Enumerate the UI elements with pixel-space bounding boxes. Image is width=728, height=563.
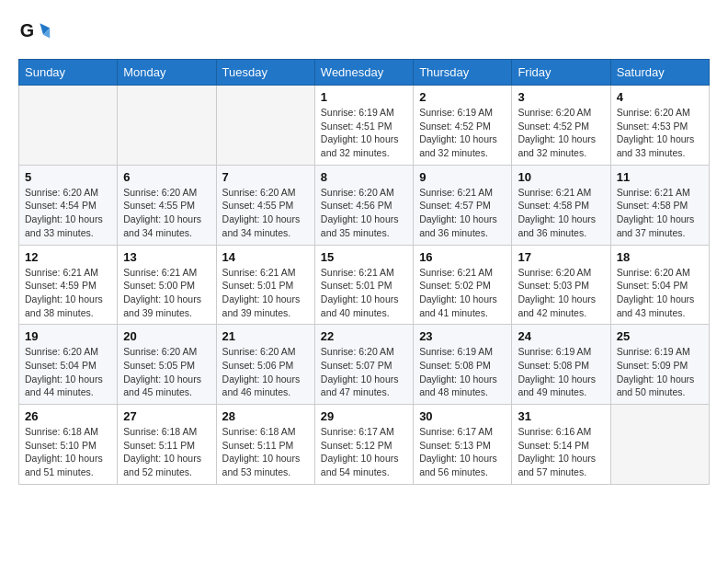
logo-icon: G <box>18 17 51 50</box>
calendar-cell: 24Sunrise: 6:19 AMSunset: 5:08 PMDayligh… <box>512 325 610 405</box>
calendar-week-1: 1Sunrise: 6:19 AMSunset: 4:51 PMDaylight… <box>19 86 710 166</box>
day-info: Sunrise: 6:20 AMSunset: 5:06 PMDaylight:… <box>222 345 309 399</box>
calendar-cell: 29Sunrise: 6:17 AMSunset: 5:12 PMDayligh… <box>314 405 413 485</box>
day-number: 4 <box>617 90 703 104</box>
calendar-week-3: 12Sunrise: 6:21 AMSunset: 4:59 PMDayligh… <box>19 245 710 325</box>
day-number: 26 <box>25 409 111 423</box>
calendar-cell <box>118 86 216 166</box>
calendar-cell: 16Sunrise: 6:21 AMSunset: 5:02 PMDayligh… <box>414 245 512 325</box>
calendar-week-4: 19Sunrise: 6:20 AMSunset: 5:04 PMDayligh… <box>19 325 710 405</box>
day-info: Sunrise: 6:20 AMSunset: 4:56 PMDaylight:… <box>321 186 407 240</box>
day-number: 30 <box>419 409 506 423</box>
day-info: Sunrise: 6:21 AMSunset: 5:01 PMDaylight:… <box>321 266 407 320</box>
day-info: Sunrise: 6:21 AMSunset: 4:59 PMDaylight:… <box>25 266 111 320</box>
day-info: Sunrise: 6:21 AMSunset: 5:01 PMDaylight:… <box>222 266 309 320</box>
day-info: Sunrise: 6:20 AMSunset: 4:54 PMDaylight:… <box>25 186 111 240</box>
day-info: Sunrise: 6:19 AMSunset: 5:09 PMDaylight:… <box>617 345 703 399</box>
day-number: 29 <box>321 409 407 423</box>
calendar-cell: 5Sunrise: 6:20 AMSunset: 4:54 PMDaylight… <box>19 165 118 245</box>
calendar-cell: 9Sunrise: 6:21 AMSunset: 4:57 PMDaylight… <box>414 165 512 245</box>
calendar-cell <box>19 86 118 166</box>
calendar-header-row: SundayMondayTuesdayWednesdayThursdayFrid… <box>19 60 710 86</box>
calendar-cell: 21Sunrise: 6:20 AMSunset: 5:06 PMDayligh… <box>216 325 314 405</box>
day-number: 13 <box>123 250 210 264</box>
calendar-cell: 31Sunrise: 6:16 AMSunset: 5:14 PMDayligh… <box>512 405 610 485</box>
day-number: 2 <box>419 90 506 104</box>
day-number: 17 <box>518 250 604 264</box>
calendar-cell: 14Sunrise: 6:21 AMSunset: 5:01 PMDayligh… <box>216 245 314 325</box>
day-info: Sunrise: 6:19 AMSunset: 4:51 PMDaylight:… <box>321 106 407 160</box>
day-number: 19 <box>25 329 111 343</box>
day-info: Sunrise: 6:16 AMSunset: 5:14 PMDaylight:… <box>518 425 604 479</box>
calendar-cell: 25Sunrise: 6:19 AMSunset: 5:09 PMDayligh… <box>610 325 709 405</box>
day-header-monday: Monday <box>118 60 216 86</box>
day-number: 7 <box>222 170 309 184</box>
page: G SundayMondayTuesdayWednesdayThursdayFr… <box>0 0 728 501</box>
day-number: 5 <box>25 170 111 184</box>
calendar-cell: 7Sunrise: 6:20 AMSunset: 4:55 PMDaylight… <box>216 165 314 245</box>
day-info: Sunrise: 6:20 AMSunset: 4:55 PMDaylight:… <box>222 186 309 240</box>
day-number: 23 <box>419 329 506 343</box>
day-number: 6 <box>123 170 210 184</box>
header: G <box>18 17 710 50</box>
day-info: Sunrise: 6:20 AMSunset: 5:04 PMDaylight:… <box>617 266 703 320</box>
day-info: Sunrise: 6:20 AMSunset: 4:53 PMDaylight:… <box>617 106 703 160</box>
day-number: 10 <box>518 170 604 184</box>
day-number: 12 <box>25 250 111 264</box>
calendar-cell: 18Sunrise: 6:20 AMSunset: 5:04 PMDayligh… <box>610 245 709 325</box>
calendar-cell: 19Sunrise: 6:20 AMSunset: 5:04 PMDayligh… <box>19 325 118 405</box>
calendar-cell: 8Sunrise: 6:20 AMSunset: 4:56 PMDaylight… <box>314 165 413 245</box>
day-info: Sunrise: 6:19 AMSunset: 5:08 PMDaylight:… <box>419 345 506 399</box>
day-header-wednesday: Wednesday <box>314 60 413 86</box>
day-info: Sunrise: 6:19 AMSunset: 4:52 PMDaylight:… <box>419 106 506 160</box>
day-header-tuesday: Tuesday <box>216 60 314 86</box>
calendar-cell <box>216 86 314 166</box>
svg-text:G: G <box>20 20 34 40</box>
calendar-cell: 15Sunrise: 6:21 AMSunset: 5:01 PMDayligh… <box>314 245 413 325</box>
day-number: 22 <box>321 329 407 343</box>
day-info: Sunrise: 6:20 AMSunset: 4:52 PMDaylight:… <box>518 106 604 160</box>
calendar-week-5: 26Sunrise: 6:18 AMSunset: 5:10 PMDayligh… <box>19 405 710 485</box>
day-info: Sunrise: 6:19 AMSunset: 5:08 PMDaylight:… <box>518 345 604 399</box>
calendar-cell: 10Sunrise: 6:21 AMSunset: 4:58 PMDayligh… <box>512 165 610 245</box>
day-info: Sunrise: 6:18 AMSunset: 5:11 PMDaylight:… <box>222 425 309 479</box>
day-number: 20 <box>123 329 210 343</box>
day-number: 11 <box>617 170 703 184</box>
calendar-cell: 12Sunrise: 6:21 AMSunset: 4:59 PMDayligh… <box>19 245 118 325</box>
day-header-friday: Friday <box>512 60 610 86</box>
day-number: 16 <box>419 250 506 264</box>
day-number: 25 <box>617 329 703 343</box>
calendar-cell: 28Sunrise: 6:18 AMSunset: 5:11 PMDayligh… <box>216 405 314 485</box>
day-info: Sunrise: 6:20 AMSunset: 4:55 PMDaylight:… <box>123 186 210 240</box>
calendar-week-2: 5Sunrise: 6:20 AMSunset: 4:54 PMDaylight… <box>19 165 710 245</box>
day-header-sunday: Sunday <box>19 60 118 86</box>
calendar-cell: 2Sunrise: 6:19 AMSunset: 4:52 PMDaylight… <box>414 86 512 166</box>
day-number: 3 <box>518 90 604 104</box>
calendar-cell: 11Sunrise: 6:21 AMSunset: 4:58 PMDayligh… <box>610 165 709 245</box>
day-number: 27 <box>123 409 210 423</box>
calendar-cell <box>610 405 709 485</box>
calendar-cell: 30Sunrise: 6:17 AMSunset: 5:13 PMDayligh… <box>414 405 512 485</box>
day-number: 21 <box>222 329 309 343</box>
calendar-cell: 13Sunrise: 6:21 AMSunset: 5:00 PMDayligh… <box>118 245 216 325</box>
day-number: 15 <box>321 250 407 264</box>
day-header-thursday: Thursday <box>414 60 512 86</box>
calendar-cell: 22Sunrise: 6:20 AMSunset: 5:07 PMDayligh… <box>314 325 413 405</box>
day-info: Sunrise: 6:18 AMSunset: 5:10 PMDaylight:… <box>25 425 111 479</box>
day-info: Sunrise: 6:21 AMSunset: 4:58 PMDaylight:… <box>617 186 703 240</box>
day-info: Sunrise: 6:17 AMSunset: 5:12 PMDaylight:… <box>321 425 407 479</box>
calendar-table: SundayMondayTuesdayWednesdayThursdayFrid… <box>18 59 710 485</box>
day-info: Sunrise: 6:17 AMSunset: 5:13 PMDaylight:… <box>419 425 506 479</box>
day-number: 8 <box>321 170 407 184</box>
day-number: 31 <box>518 409 604 423</box>
calendar-cell: 4Sunrise: 6:20 AMSunset: 4:53 PMDaylight… <box>610 86 709 166</box>
day-header-saturday: Saturday <box>610 60 709 86</box>
calendar-cell: 23Sunrise: 6:19 AMSunset: 5:08 PMDayligh… <box>414 325 512 405</box>
day-info: Sunrise: 6:21 AMSunset: 4:58 PMDaylight:… <box>518 186 604 240</box>
calendar-cell: 17Sunrise: 6:20 AMSunset: 5:03 PMDayligh… <box>512 245 610 325</box>
day-info: Sunrise: 6:21 AMSunset: 5:00 PMDaylight:… <box>123 266 210 320</box>
calendar-cell: 6Sunrise: 6:20 AMSunset: 4:55 PMDaylight… <box>118 165 216 245</box>
day-number: 14 <box>222 250 309 264</box>
calendar-cell: 27Sunrise: 6:18 AMSunset: 5:11 PMDayligh… <box>118 405 216 485</box>
day-number: 28 <box>222 409 309 423</box>
